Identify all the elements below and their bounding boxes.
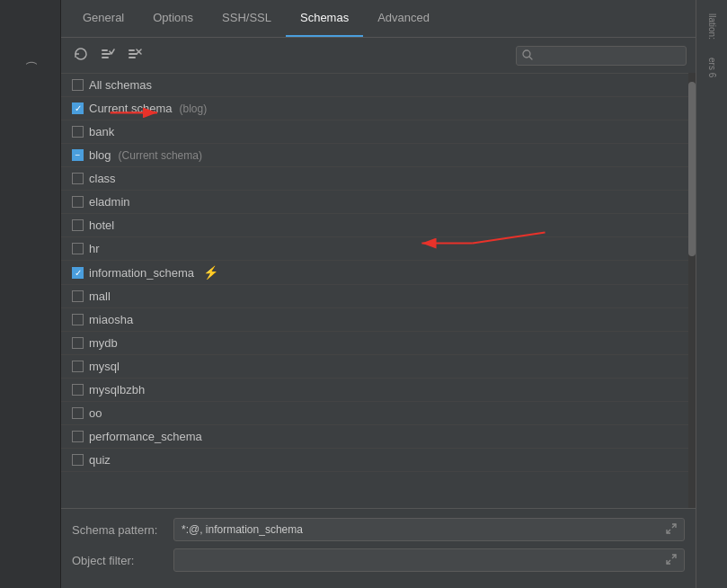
list-item[interactable]: hotel	[61, 214, 688, 237]
svg-rect-2	[102, 57, 109, 58]
list-item[interactable]: mysql	[61, 355, 688, 379]
main-content: General Options SSH/SSL Schemas Advanced	[61, 0, 696, 588]
scrollbar[interactable]	[688, 73, 696, 508]
schema-pattern-expand[interactable]	[666, 523, 677, 536]
check-all-button[interactable]	[97, 45, 119, 66]
schema-name: mall	[89, 290, 111, 303]
schema-pattern-label: Schema pattern:	[72, 523, 166, 537]
list-item[interactable]: mall	[61, 285, 688, 308]
checkbox[interactable]	[72, 337, 84, 349]
object-filter-label: Object filter:	[72, 554, 166, 567]
checkbox[interactable]	[72, 219, 84, 231]
svg-point-8	[523, 50, 530, 58]
object-filter-input[interactable]	[173, 548, 685, 572]
checkbox[interactable]	[72, 243, 84, 254]
checkbox[interactable]	[72, 384, 84, 396]
schema-sub: (Current schema)	[119, 149, 202, 162]
list-item[interactable]: eladmin	[61, 191, 688, 214]
svg-rect-5	[129, 57, 136, 58]
checkbox[interactable]: −	[72, 149, 84, 161]
search-icon	[522, 49, 533, 62]
schema-name: hotel	[89, 218, 114, 232]
list-item[interactable]: mysqlbzbh	[61, 379, 688, 402]
schema-badge: ⚡	[203, 265, 218, 280]
list-item[interactable]: bank	[61, 120, 688, 144]
tab-general[interactable]: General	[68, 0, 138, 37]
checkbox[interactable]	[72, 454, 84, 466]
schema-list-wrapper: All schemas✓Current schema(blog)bank−blo…	[61, 73, 696, 508]
right-panel-text1: llation:	[707, 13, 717, 40]
tab-options[interactable]: Options	[138, 0, 208, 37]
checkbox[interactable]	[72, 361, 84, 372]
list-item[interactable]: performance_schema	[61, 425, 688, 449]
tab-schemas[interactable]: Schemas	[286, 0, 363, 37]
checkbox[interactable]	[72, 126, 84, 138]
schema-name: blog	[89, 148, 111, 162]
schema-name: hr	[89, 242, 100, 255]
tab-advanced[interactable]: Advanced	[363, 0, 444, 37]
list-item[interactable]: oo	[61, 402, 688, 425]
svg-rect-1	[102, 53, 111, 55]
list-item[interactable]: hr	[61, 237, 688, 261]
checkbox[interactable]: ✓	[72, 267, 84, 279]
schema-name: oo	[89, 406, 102, 420]
right-panel: llation: ers 6	[696, 0, 727, 588]
scrollbar-thumb[interactable]	[688, 82, 696, 256]
sidebar-label: )	[24, 61, 37, 65]
schema-name: class	[89, 172, 116, 185]
checkbox[interactable]	[72, 314, 84, 325]
list-item[interactable]: miaosha	[61, 308, 688, 332]
search-input[interactable]	[536, 49, 680, 62]
list-item[interactable]: quiz	[61, 449, 688, 472]
schema-name: Current schema	[89, 102, 172, 115]
schema-pattern-input[interactable]: *:@, information_schema	[173, 518, 685, 541]
svg-line-9	[530, 57, 533, 59]
schema-name: information_schema	[89, 266, 194, 280]
search-box[interactable]	[516, 46, 687, 66]
refresh-button[interactable]	[70, 45, 92, 66]
tab-bar: General Options SSH/SSL Schemas Advanced	[61, 0, 696, 38]
schema-name: bank	[89, 125, 114, 138]
schema-name: quiz	[89, 453, 111, 467]
checkbox[interactable]	[72, 431, 84, 442]
schema-name: performance_schema	[89, 430, 202, 443]
schema-name: All schemas	[89, 78, 152, 92]
tab-sshssl[interactable]: SSH/SSL	[208, 0, 286, 37]
object-filter-row: Object filter:	[72, 548, 685, 572]
bottom-fields: Schema pattern: *:@, information_schema …	[61, 508, 696, 588]
list-item[interactable]: −blog(Current schema)	[61, 144, 688, 167]
schema-pattern-row: Schema pattern: *:@, information_schema	[72, 518, 685, 541]
checkbox[interactable]	[72, 407, 84, 419]
svg-rect-3	[129, 49, 135, 51]
left-sidebar: )	[0, 0, 61, 588]
schema-name: miaosha	[89, 313, 133, 326]
schema-name: mydb	[89, 336, 118, 350]
schemas-toolbar	[61, 38, 696, 73]
schema-name: eladmin	[89, 195, 130, 209]
checkbox[interactable]	[72, 173, 84, 184]
uncheck-all-button[interactable]	[124, 45, 146, 66]
object-filter-expand[interactable]	[666, 554, 677, 566]
schema-pattern-value: *:@, information_schema	[182, 523, 666, 536]
checkbox[interactable]	[72, 79, 84, 91]
checkbox[interactable]	[72, 196, 84, 208]
list-item[interactable]: All schemas	[61, 74, 688, 97]
svg-rect-0	[102, 49, 108, 51]
right-panel-text2: ers 6	[707, 58, 717, 77]
list-item[interactable]: ✓information_schema⚡	[61, 261, 688, 285]
checkbox[interactable]: ✓	[72, 102, 84, 114]
schema-sub: (blog)	[179, 102, 207, 115]
schema-name: mysqlbzbh	[89, 383, 145, 396]
list-item[interactable]: class	[61, 167, 688, 191]
schema-name: mysql	[89, 360, 120, 373]
schema-list: All schemas✓Current schema(blog)bank−blo…	[61, 73, 688, 508]
list-item[interactable]: mydb	[61, 332, 688, 355]
checkbox[interactable]	[72, 290, 84, 302]
list-item[interactable]: ✓Current schema(blog)	[61, 97, 688, 120]
